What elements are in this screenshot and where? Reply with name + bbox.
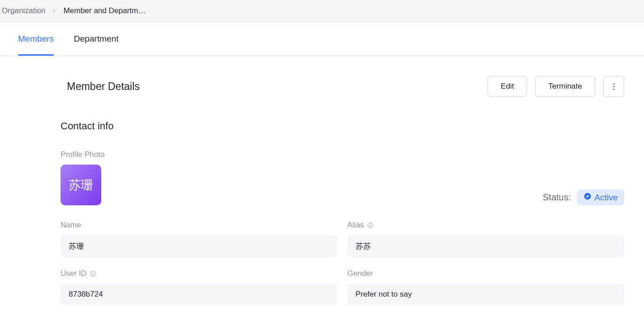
name-label: Name bbox=[61, 221, 338, 230]
field-user-id: User ID 8738b724 bbox=[61, 269, 338, 305]
breadcrumb-current: Member and Departm… bbox=[63, 6, 146, 15]
info-icon[interactable] bbox=[367, 222, 374, 229]
user-id-value: 8738b724 bbox=[61, 284, 338, 305]
user-id-label-text: User ID bbox=[61, 269, 87, 278]
gender-label: Gender bbox=[348, 269, 625, 278]
svg-point-6 bbox=[93, 272, 93, 273]
user-id-label: User ID bbox=[61, 269, 338, 278]
alias-value: 苏苏 bbox=[348, 235, 625, 257]
section-title: Contact info bbox=[61, 120, 624, 132]
tabs: Members Department bbox=[0, 22, 644, 56]
info-icon[interactable] bbox=[89, 270, 97, 277]
more-vertical-icon bbox=[613, 83, 615, 90]
more-button[interactable] bbox=[603, 76, 624, 97]
status-badge: Active bbox=[577, 189, 624, 205]
alias-label-text: Alias bbox=[348, 221, 364, 230]
edit-button[interactable]: Edit bbox=[488, 76, 527, 97]
header-actions: Edit Terminate bbox=[488, 76, 624, 97]
breadcrumb: Organization Member and Departm… bbox=[0, 0, 644, 22]
page-title: Member Details bbox=[67, 80, 140, 93]
form-grid: Name 苏珊 Alias 苏苏 User ID bbox=[61, 221, 624, 305]
check-circle-icon bbox=[583, 192, 592, 203]
alias-label: Alias bbox=[348, 221, 625, 230]
chevron-right-icon bbox=[52, 8, 57, 14]
status-wrap: Status: Active bbox=[543, 189, 624, 205]
contact-info-section: Contact info Profile Photo 苏珊 Status: Ac… bbox=[20, 106, 624, 305]
status-label: Status: bbox=[543, 192, 571, 203]
gender-value: Prefer not to say bbox=[348, 284, 625, 305]
profile-photo-label: Profile Photo bbox=[61, 150, 624, 159]
field-gender: Gender Prefer not to say bbox=[348, 269, 625, 305]
svg-point-3 bbox=[370, 224, 371, 224]
content: Member Details Edit Terminate Contact in… bbox=[0, 56, 644, 305]
field-name: Name 苏珊 bbox=[61, 221, 338, 257]
tab-members[interactable]: Members bbox=[18, 22, 54, 56]
status-value: Active bbox=[594, 193, 618, 203]
page-header: Member Details Edit Terminate bbox=[20, 56, 624, 106]
photo-status-row: 苏珊 Status: Active bbox=[61, 165, 624, 205]
terminate-button[interactable]: Terminate bbox=[535, 76, 595, 97]
avatar: 苏珊 bbox=[61, 165, 101, 205]
breadcrumb-organization[interactable]: Organization bbox=[2, 6, 45, 15]
tab-department[interactable]: Department bbox=[74, 22, 118, 56]
name-value: 苏珊 bbox=[61, 235, 338, 257]
field-alias: Alias 苏苏 bbox=[348, 221, 625, 257]
